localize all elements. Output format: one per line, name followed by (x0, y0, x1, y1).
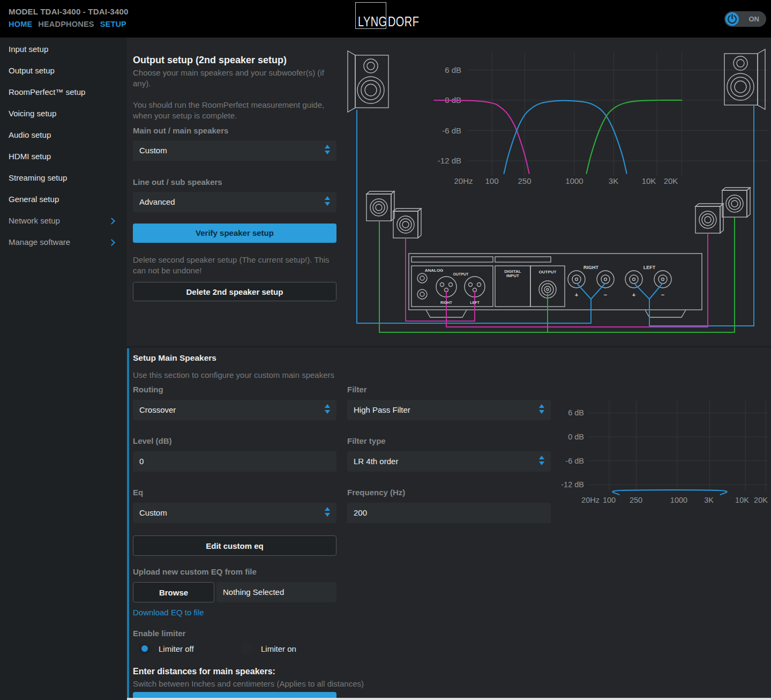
limiter-off-radio[interactable] (138, 642, 151, 655)
routing-label: Routing (133, 385, 163, 394)
eq-select[interactable]: Custom (133, 503, 336, 523)
routing-value: Crossover (139, 405, 176, 414)
line-out-value: Advanced (139, 197, 175, 206)
chevron-right-icon (108, 239, 115, 246)
svg-text:1000: 1000 (670, 496, 687, 504)
page-title: Output setup (2nd speaker setup) (133, 55, 287, 66)
svg-text:20Hz: 20Hz (581, 496, 600, 504)
level-input[interactable]: 0 (133, 451, 336, 472)
page-bottom-strip (127, 698, 771, 700)
main-out-label: Main out / main speakers (133, 126, 228, 135)
line-out-label: Line out / sub speakers (133, 177, 222, 187)
nav-home[interactable]: HOME (9, 20, 32, 28)
sidebar-item-audio-setup[interactable]: Audio setup (0, 124, 127, 146)
filter-type-select[interactable]: LR 4th order (347, 451, 551, 472)
sidebar-item-hdmi-setup[interactable]: HDMI setup (0, 146, 127, 167)
sidebar-item-voicing-setup[interactable]: Voicing setup (0, 103, 127, 124)
dropdown-arrows-icon (325, 507, 330, 517)
svg-text:20K: 20K (754, 496, 768, 504)
svg-text:-6 dB: -6 dB (442, 126, 461, 135)
dropdown-arrows-icon (539, 404, 544, 414)
filter-select[interactable]: High Pass Filter (347, 400, 551, 420)
svg-text:100: 100 (603, 496, 616, 504)
lyngdorf-setup-page: MODEL TDAI-3400 - TDAI-3400 HOME HEADPHO… (0, 0, 771, 700)
power-icon (725, 12, 739, 26)
section-accent-bar (127, 348, 129, 700)
section-description: Use this section to configure your custo… (133, 370, 334, 381)
svg-text:10K: 10K (642, 176, 656, 185)
limiter-on-label[interactable]: Limiter on (261, 644, 296, 653)
frequency-input[interactable]: 200 (347, 503, 551, 523)
svg-text:1000: 1000 (565, 176, 583, 185)
svg-text:-12 dB: -12 dB (561, 480, 584, 489)
section-divider (127, 346, 771, 347)
crossover-overview-chart: 6 dB0 dB-6 dB-12 dB20Hz10025010003K10K20… (428, 46, 771, 196)
main-speaker-response-chart: 6 dB0 dB-6 dB-12 dB20Hz10025010003K10K20… (557, 393, 771, 513)
main-nav: HOME HEADPHONES SETUP (9, 20, 126, 28)
filter-type-label: Filter type (347, 436, 386, 445)
main-out-value: Custom (139, 146, 167, 155)
routing-select[interactable]: Crossover (133, 400, 336, 420)
eq-value: Custom (139, 508, 167, 517)
svg-text:3K: 3K (704, 496, 714, 504)
limiter-off-label[interactable]: Limiter off (159, 644, 194, 653)
dropdown-arrows-icon (325, 145, 330, 154)
svg-text:250: 250 (518, 176, 531, 185)
download-eq-link[interactable]: Download EQ to file (133, 608, 204, 617)
dropdown-arrows-icon (539, 456, 544, 465)
limiter-on-radio[interactable] (241, 642, 253, 655)
power-state-label: ON (749, 15, 760, 23)
svg-text:100: 100 (485, 176, 498, 185)
power-toggle[interactable]: ON (724, 11, 766, 27)
svg-text:10K: 10K (735, 496, 749, 504)
dropdown-arrows-icon (325, 404, 330, 414)
section-title: Setup Main Speakers (133, 353, 216, 363)
filter-label: Filter (347, 385, 367, 394)
filter-type-value: LR 4th order (354, 457, 398, 466)
sidebar: Input setup Output setup RoomPerfect™ se… (0, 38, 127, 700)
browse-button[interactable]: Browse (133, 582, 214, 602)
header: MODEL TDAI-3400 - TDAI-3400 HOME HEADPHO… (0, 0, 771, 38)
enable-limiter-label: Enable limiter (133, 629, 185, 638)
svg-text:20Hz: 20Hz (454, 176, 473, 185)
model-title: MODEL TDAI-3400 - TDAI-3400 (9, 7, 129, 16)
filter-value: High Pass Filter (354, 405, 410, 414)
svg-text:250: 250 (630, 496, 642, 504)
upload-eq-label: Upload new custom EQ from file (133, 567, 257, 576)
svg-text:6 dB: 6 dB (568, 408, 584, 417)
line-out-select[interactable]: Advanced (133, 192, 336, 212)
frequency-label: Frequency (Hz) (347, 488, 405, 497)
sidebar-item-network-setup[interactable]: Network setup (0, 210, 127, 232)
svg-text:6 dB: 6 dB (445, 65, 461, 75)
sidebar-item-streaming-setup[interactable]: Streaming setup (0, 167, 127, 189)
edit-custom-eq-button[interactable]: Edit custom eq (133, 535, 336, 556)
sidebar-item-output-setup[interactable]: Output setup (0, 60, 127, 81)
verify-speaker-setup-button[interactable]: Verify speaker setup (133, 224, 336, 243)
output-setup-description: Choose your main speakers and your subwo… (133, 68, 326, 89)
nav-headphones[interactable]: HEADPHONES (38, 20, 94, 28)
svg-text:-12 dB: -12 dB (438, 156, 461, 165)
delete-warning-text: Delete second speaker setup (The current… (133, 255, 343, 276)
distances-title: Enter distances for main speakers: (133, 667, 275, 676)
svg-text:3K: 3K (609, 176, 618, 185)
eq-label: Eq (133, 488, 143, 497)
output-setup-note: You should run the RoomPerfect measureme… (133, 100, 339, 121)
sidebar-item-input-setup[interactable]: Input setup (0, 39, 127, 60)
delete-2nd-speaker-setup-button[interactable]: Delete 2nd speaker setup (133, 282, 336, 301)
chevron-right-icon (108, 218, 115, 225)
main-out-select[interactable]: Custom (133, 140, 336, 161)
distances-subtitle: Switch between Inches and centimeters (A… (133, 679, 364, 689)
brand-logo-text-boxed: LYNG (358, 14, 387, 29)
sidebar-item-manage-software[interactable]: Manage software (0, 232, 127, 253)
svg-text:20K: 20K (664, 176, 678, 185)
sidebar-item-general-setup[interactable]: General setup (0, 189, 127, 210)
nav-setup[interactable]: SETUP (100, 20, 126, 28)
brand-logo-text: DORF (388, 14, 419, 29)
svg-text:-6 dB: -6 dB (565, 457, 584, 465)
dropdown-arrows-icon (325, 196, 330, 206)
level-label: Level (dB) (133, 436, 172, 445)
selected-file-field: Nothing Selected (216, 582, 336, 602)
sidebar-item-roomperfect-setup[interactable]: RoomPerfect™ setup (0, 81, 127, 103)
svg-text:0 dB: 0 dB (568, 433, 584, 441)
